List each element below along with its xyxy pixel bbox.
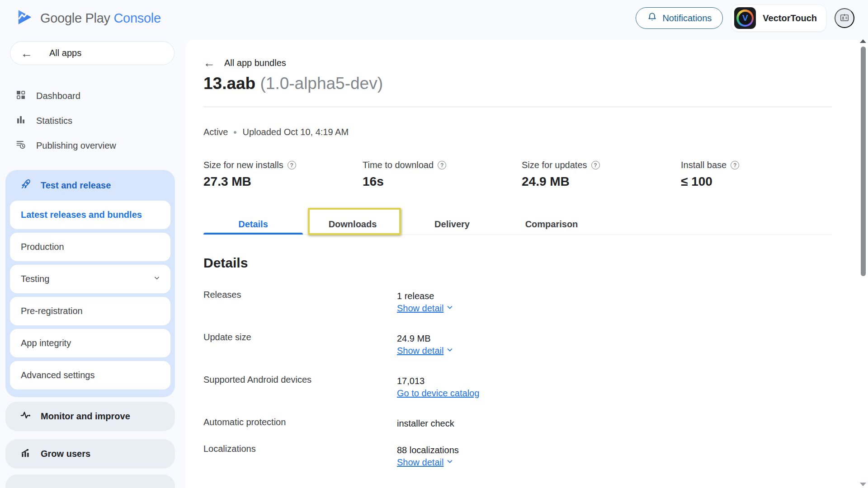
sidebar-item-label: Statistics [36, 116, 72, 126]
help-icon[interactable]: ? [731, 161, 739, 169]
metric-size-for-updates: Size for updates ? 24.9 MB [522, 160, 681, 189]
row-label: Automatic protection [203, 417, 397, 430]
sidebar-item-latest-releases-and-bundles[interactable]: Latest releases and bundles [10, 201, 170, 229]
notifications-label: Notifications [662, 13, 712, 23]
google-play-console-logo[interactable]: Google Play Console [16, 8, 161, 28]
metric-label: Size for new installs [203, 160, 283, 170]
back-arrow-icon: ← [21, 47, 33, 59]
all-apps-button[interactable]: ← All apps [10, 41, 175, 65]
main-panel: ← All app bundles 13.aab (1.0-alpha5-dev… [185, 40, 868, 488]
back-arrow-icon: ← [203, 57, 215, 69]
account-chip[interactable]: V VectorTouch [731, 5, 826, 32]
sidebar-item-app-integrity[interactable]: App integrity [10, 329, 170, 357]
breadcrumb-label: All app bundles [224, 58, 286, 68]
row-value: 17,013 [397, 375, 479, 387]
row-value: 1 release [397, 290, 454, 302]
sidebar-nav: Dashboard Statistics [0, 84, 175, 158]
logo-text: Google Play Console [40, 11, 161, 26]
uploaded-timestamp: Uploaded Oct 10, 4:19 AM [242, 127, 349, 137]
account-name: VectorTouch [763, 13, 817, 23]
details-section-title: Details [203, 255, 868, 271]
vertical-scrollbar[interactable] [858, 38, 868, 488]
sidebar-item-test-and-release[interactable]: Test and release [5, 170, 175, 201]
tab-delivery[interactable]: Delivery [402, 214, 502, 235]
metric-size-new-installs: Size for new installs ? 27.3 MB [203, 160, 363, 189]
metric-label: Size for updates [522, 160, 587, 170]
sidebar-item-label: Publishing overview [36, 141, 116, 151]
help-icon[interactable]: ? [591, 161, 600, 169]
tabs-divider [203, 235, 832, 235]
sidebar-item-testing[interactable]: Testing [10, 265, 170, 293]
sidebar-item-label: Latest releases and bundles [21, 210, 142, 220]
metric-label: Time to download [363, 160, 434, 170]
details-table: Releases 1 release Show detail Update si… [203, 290, 868, 468]
status-row: Active Uploaded Oct 10, 4:19 AM [203, 127, 868, 137]
sidebar-item-statistics[interactable]: Statistics [0, 108, 175, 133]
row-label: Supported Android devices [203, 375, 397, 399]
avatar: V [734, 7, 756, 29]
sidebar-item-label: Grow users [41, 449, 90, 459]
dashboard-icon [15, 89, 26, 103]
tab-downloads[interactable]: Downloads [303, 214, 402, 235]
metric-install-base: Install base ? ≤ 100 [681, 160, 840, 189]
metric-value: 27.3 MB [203, 174, 363, 189]
sidebar-item-label: App integrity [21, 338, 71, 348]
sidebar-item-label: Testing [21, 274, 49, 284]
row-label: Update size [203, 332, 397, 356]
all-apps-label: All apps [49, 48, 81, 58]
dot-separator [234, 131, 236, 134]
sidebar: ← All apps Dashboard [0, 36, 175, 488]
tabs-bar: Details Downloads Delivery Comparison [203, 214, 832, 235]
bell-icon [647, 12, 657, 24]
row-value: 24.9 MB [397, 332, 454, 345]
tab-comparison[interactable]: Comparison [502, 214, 601, 235]
sidebar-item-advanced-settings[interactable]: Advanced settings [10, 361, 170, 389]
show-detail-link[interactable]: Show detail [397, 303, 454, 314]
tab-details[interactable]: Details [203, 214, 303, 235]
developer-account-button[interactable] [835, 8, 854, 28]
status-badge: Active [203, 127, 228, 137]
help-icon[interactable]: ? [288, 161, 296, 169]
monitor-pulse-icon [20, 409, 32, 423]
statistics-icon [15, 114, 26, 127]
metric-value: 16s [363, 174, 522, 189]
header-actions: Notifications V VectorTouch [636, 5, 854, 32]
detail-row-update-size: Update size 24.9 MB Show detail [203, 332, 868, 356]
sidebar-section-test-and-release: Test and release Latest releases and bun… [5, 170, 175, 397]
sidebar-item-pre-registration[interactable]: Pre-registration [10, 297, 170, 325]
grow-chart-icon [20, 447, 32, 461]
sidebar-item-dashboard[interactable]: Dashboard [0, 84, 175, 108]
chevron-down-icon [152, 273, 161, 285]
device-catalog-link[interactable]: Go to device catalog [397, 388, 479, 399]
show-detail-link[interactable]: Show detail [397, 346, 454, 356]
sidebar-item-production[interactable]: Production [10, 233, 170, 261]
metrics-row: Size for new installs ? 27.3 MB Time to … [203, 160, 868, 189]
sidebar-item-monitor-and-improve[interactable]: Monitor and improve [5, 402, 175, 431]
notifications-button[interactable]: Notifications [636, 7, 723, 29]
scroll-down-arrow[interactable] [860, 483, 866, 486]
detail-row-localizations: Localizations 88 localizations Show deta… [203, 444, 868, 468]
sidebar-item-label: Monitor and improve [41, 411, 130, 422]
help-icon[interactable]: ? [438, 161, 446, 169]
publishing-overview-icon [15, 139, 26, 152]
breadcrumb[interactable]: ← All app bundles [203, 57, 868, 69]
metric-value: 24.9 MB [522, 174, 681, 189]
detail-row-releases: Releases 1 release Show detail [203, 290, 868, 314]
detail-row-supported-devices: Supported Android devices 17,013 Go to d… [203, 375, 868, 399]
chevron-down-icon [446, 303, 454, 314]
sidebar-section-partial[interactable] [5, 474, 175, 488]
row-label: Releases [203, 290, 397, 314]
title-divider [203, 107, 832, 107]
scrollbar-thumb[interactable] [861, 47, 866, 276]
metric-time-to-download: Time to download ? 16s [363, 160, 522, 189]
top-header: Google Play Console Notifications V Vect… [0, 0, 868, 36]
metric-value: ≤ 100 [681, 174, 840, 189]
show-detail-link[interactable]: Show detail [397, 457, 459, 468]
metric-label: Install base [681, 160, 726, 170]
scroll-up-arrow[interactable] [860, 39, 866, 43]
sidebar-item-publishing-overview[interactable]: Publishing overview [0, 133, 175, 158]
sidebar-item-grow-users[interactable]: Grow users [5, 439, 175, 469]
play-console-icon [16, 8, 33, 28]
chevron-down-icon [446, 346, 454, 356]
row-label: Localizations [203, 444, 397, 468]
